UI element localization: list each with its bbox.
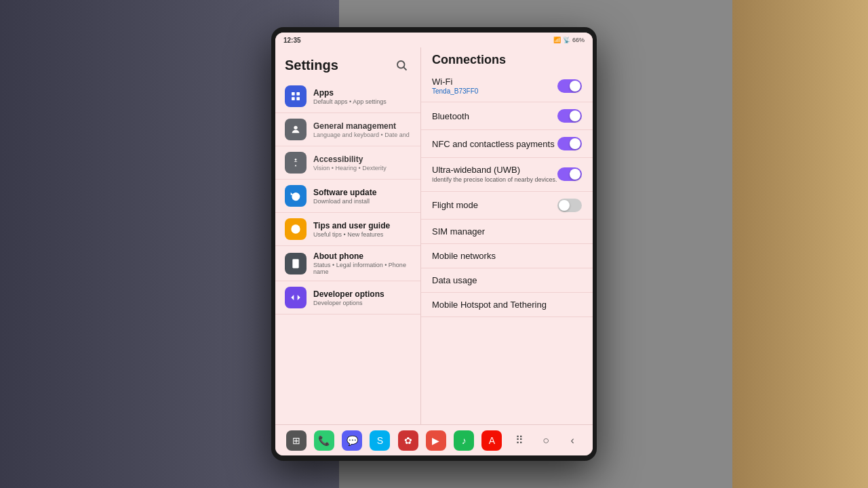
status-bar: 12:35 📶 📡 66%	[275, 33, 593, 47]
nav-menu-button[interactable]: ⠿	[510, 431, 529, 450]
wifi-title: Wi-Fi	[432, 77, 557, 87]
bottom-navigation: ⊞ 📞 💬 S ✿ ▶ ♪ A ⠿ ○ ‹	[275, 424, 593, 455]
nav-youtube-icon[interactable]: ▶	[426, 430, 446, 451]
tips-subtitle: Useful tips • New features	[313, 231, 411, 238]
connections-item-flight-mode[interactable]: Flight mode	[421, 192, 593, 220]
svg-rect-5	[296, 97, 300, 100]
uwb-desc: Identify the precise location of nearby …	[432, 176, 557, 184]
connections-item-mobile-hotspot[interactable]: Mobile Hotspot and Tethering	[421, 293, 593, 317]
flight-mode-title: Flight mode	[432, 200, 557, 210]
uwb-title: Ultra-wideband (UWB)	[432, 165, 557, 175]
nav-bixby-icon[interactable]: ⊞	[286, 430, 307, 451]
about-phone-title: About phone	[313, 251, 411, 261]
bluetooth-toggle-knob	[570, 110, 580, 121]
software-update-icon	[285, 185, 307, 207]
svg-rect-4	[292, 97, 295, 100]
uwb-info: Ultra-wideband (UWB) Identify the precis…	[432, 165, 557, 184]
sidebar-item-software-update[interactable]: Software update Download and install	[275, 180, 420, 213]
nfc-info: NFC and contactless payments	[432, 139, 557, 149]
connections-item-bluetooth[interactable]: Bluetooth	[421, 102, 593, 130]
about-phone-icon	[285, 253, 307, 274]
status-time: 12:35	[283, 37, 301, 44]
general-management-title: General management	[313, 121, 411, 131]
connections-item-data-usage[interactable]: Data usage	[421, 268, 593, 293]
accessibility-text: Accessibility Vision • Hearing • Dexteri…	[313, 155, 411, 171]
sidebar-item-general-management[interactable]: General management Language and keyboard…	[275, 113, 420, 146]
wifi-info: Wi-Fi Tenda_B73FF0	[432, 77, 557, 95]
svg-point-7	[295, 159, 297, 161]
connections-item-nfc[interactable]: NFC and contactless payments	[421, 130, 593, 158]
settings-container: Settings	[275, 47, 593, 424]
nav-skype-icon[interactable]: S	[370, 430, 390, 451]
connections-title: Connections	[421, 47, 593, 70]
developer-options-text: Developer options Developer options	[313, 289, 411, 306]
svg-point-6	[294, 126, 297, 129]
accessibility-icon	[285, 152, 307, 174]
apps-subtitle: Default apps • App settings	[313, 98, 411, 105]
general-management-subtitle: Language and keyboard • Date and	[313, 131, 411, 138]
general-management-icon	[285, 119, 307, 140]
data-usage-title: Data usage	[432, 275, 582, 285]
left-panel-header: Settings	[275, 50, 420, 80]
nav-spotify-icon[interactable]: ♪	[454, 430, 474, 451]
battery-level: 66%	[572, 37, 585, 43]
nav-home-button[interactable]: ○	[536, 431, 555, 450]
connections-item-uwb[interactable]: Ultra-wideband (UWB) Identify the precis…	[421, 158, 593, 192]
svg-rect-2	[292, 92, 295, 96]
accessibility-title: Accessibility	[313, 155, 411, 164]
left-panel: Settings	[275, 47, 421, 424]
signal-status-icon: 📡	[563, 37, 570, 43]
tips-text: Tips and user guide Useful tips • New fe…	[313, 221, 411, 238]
sim-manager-info: SIM manager	[432, 226, 582, 237]
uwb-toggle[interactable]	[557, 167, 582, 181]
about-phone-text: About phone Status • Legal information •…	[313, 251, 411, 275]
right-panel: Connections Wi-Fi Tenda_B73FF0	[421, 47, 593, 424]
bluetooth-title: Bluetooth	[432, 111, 557, 121]
sim-manager-title: SIM manager	[432, 226, 582, 237]
developer-options-subtitle: Developer options	[313, 300, 411, 306]
tips-icon	[285, 218, 307, 240]
bluetooth-info: Bluetooth	[432, 111, 557, 121]
bluetooth-toggle[interactable]	[557, 109, 582, 123]
sidebar-item-accessibility[interactable]: Accessibility Vision • Hearing • Dexteri…	[275, 146, 420, 180]
tablet-frame: 12:35 📶 📡 66% Settings	[271, 27, 597, 461]
nav-messages-icon[interactable]: 💬	[342, 430, 362, 451]
mobile-networks-info: Mobile networks	[432, 251, 582, 261]
software-update-subtitle: Download and install	[313, 198, 411, 205]
nav-back-button[interactable]: ‹	[563, 431, 582, 450]
software-update-text: Software update Download and install	[313, 188, 411, 205]
developer-options-icon	[285, 287, 307, 308]
nav-phone-icon[interactable]: 📞	[314, 430, 334, 451]
accessibility-subtitle: Vision • Hearing • Dexterity	[313, 165, 411, 171]
sidebar-item-about-phone[interactable]: About phone Status • Legal information •…	[275, 246, 420, 281]
sidebar-item-tips[interactable]: Tips and user guide Useful tips • New fe…	[275, 213, 420, 246]
nav-acrobat-icon[interactable]: A	[481, 430, 502, 451]
apps-text: Apps Default apps • App settings	[313, 88, 411, 105]
flight-mode-info: Flight mode	[432, 200, 557, 210]
wifi-toggle[interactable]	[557, 79, 582, 93]
svg-point-0	[397, 61, 405, 68]
sidebar-item-apps[interactable]: Apps Default apps • App settings	[275, 80, 420, 113]
search-button[interactable]	[392, 56, 411, 75]
flight-mode-toggle[interactable]	[557, 199, 582, 212]
background-right	[732, 0, 868, 488]
mobile-networks-title: Mobile networks	[432, 251, 582, 261]
flight-mode-toggle-knob	[559, 200, 570, 211]
developer-options-title: Developer options	[313, 289, 411, 299]
connections-item-wifi[interactable]: Wi-Fi Tenda_B73FF0	[421, 70, 593, 102]
nfc-toggle-knob	[570, 138, 580, 149]
connections-item-mobile-networks[interactable]: Mobile networks	[421, 244, 593, 268]
general-management-text: General management Language and keyboard…	[313, 121, 411, 138]
nfc-toggle[interactable]	[557, 137, 582, 150]
svg-rect-3	[296, 92, 300, 96]
status-icons: 📶 📡 66%	[553, 37, 585, 43]
nav-lotus-icon[interactable]: ✿	[398, 430, 418, 451]
apps-icon	[285, 85, 307, 107]
wifi-status-icon: 📶	[553, 37, 561, 43]
data-usage-info: Data usage	[432, 275, 582, 285]
sidebar-item-developer-options[interactable]: Developer options Developer options	[275, 281, 420, 314]
connections-item-sim-manager[interactable]: SIM manager	[421, 220, 593, 244]
apps-title: Apps	[313, 88, 411, 98]
software-update-title: Software update	[313, 188, 411, 197]
nfc-title: NFC and contactless payments	[432, 139, 557, 149]
